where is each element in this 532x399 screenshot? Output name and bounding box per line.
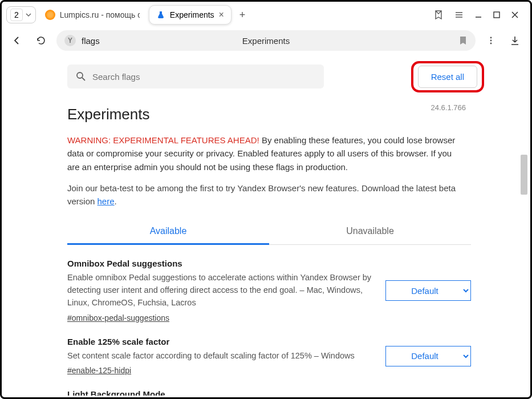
scrollbar-thumb[interactable] xyxy=(521,155,527,195)
tab-unavailable[interactable]: Unavailable xyxy=(269,218,471,244)
maximize-icon[interactable] xyxy=(493,11,501,19)
search-icon xyxy=(75,71,87,82)
tab-lumpics[interactable]: Lumpics.ru - помощь с ко xyxy=(38,5,147,25)
bookmark-tab-icon[interactable] xyxy=(433,10,444,20)
flag-select[interactable]: Default xyxy=(385,346,471,366)
flag-item: Enable 125% scale factor Set content sca… xyxy=(67,337,471,376)
tab-experiments[interactable]: Experiments × xyxy=(149,5,232,25)
flask-icon xyxy=(156,10,165,19)
menu-icon[interactable] xyxy=(454,10,464,20)
flag-anchor[interactable]: #omnibox-pedal-suggestions xyxy=(67,313,169,323)
flag-title: Light Background Mode xyxy=(67,389,375,396)
flag-desc: Set content scale factor according to de… xyxy=(67,350,375,362)
close-window-icon[interactable] xyxy=(511,11,519,19)
flag-title: Omnibox Pedal suggestions xyxy=(67,259,375,268)
beta-text: Join our beta-test to be among the first… xyxy=(67,182,466,208)
flag-title: Enable 125% scale factor xyxy=(67,337,375,346)
new-tab-button[interactable]: + xyxy=(234,6,251,23)
reload-button[interactable] xyxy=(33,32,50,49)
window-titlebar: 2 Lumpics.ru - помощь с ко Experiments ×… xyxy=(2,2,530,28)
tab-counter[interactable]: 2 xyxy=(6,6,36,23)
tab-count: 2 xyxy=(10,9,23,21)
flag-item: Omnibox Pedal suggestions Enable omnibox… xyxy=(67,259,471,323)
flag-select[interactable]: Default xyxy=(385,280,471,301)
beta-link[interactable]: here xyxy=(98,196,115,206)
svg-point-4 xyxy=(77,72,83,78)
flag-tabs: Available Unavailable xyxy=(67,218,471,245)
minimize-icon[interactable] xyxy=(474,11,482,19)
search-flags-box[interactable] xyxy=(67,65,324,88)
warning-red: WARNING: EXPERIMENTAL FEATURES AHEAD! xyxy=(67,135,259,145)
flag-anchor[interactable]: #enable-125-hidpi xyxy=(67,366,131,375)
close-icon[interactable]: × xyxy=(219,10,224,20)
yandex-icon: Y xyxy=(64,35,76,46)
svg-point-3 xyxy=(490,43,492,45)
search-input[interactable] xyxy=(92,72,316,82)
bookmark-icon[interactable] xyxy=(458,35,468,46)
tab-label: Experiments xyxy=(170,10,214,19)
omnibox-path: flags xyxy=(82,36,100,46)
tab-label: Lumpics.ru - помощь с ко xyxy=(60,10,140,19)
omnibox[interactable]: Y flags Experiments xyxy=(56,30,476,51)
warning-text: WARNING: EXPERIMENTAL FEATURES AHEAD! By… xyxy=(67,134,466,174)
chevron-down-icon xyxy=(25,11,32,18)
svg-point-2 xyxy=(490,40,492,42)
downloads-button[interactable] xyxy=(506,32,523,49)
page-heading: Experiments xyxy=(67,106,471,123)
svg-point-1 xyxy=(490,37,492,39)
flag-item: Light Background Mode Enable Light Backg… xyxy=(67,389,471,396)
page-content: Reset all Experiments 24.6.1.766 WARNING… xyxy=(3,54,529,396)
svg-rect-0 xyxy=(494,12,499,18)
omnibox-title: Experiments xyxy=(242,36,290,46)
reset-all-button[interactable]: Reset all xyxy=(418,66,477,88)
lumpics-favicon-icon xyxy=(45,10,55,20)
version-label: 24.6.1.766 xyxy=(431,103,466,112)
back-button[interactable] xyxy=(9,32,26,49)
tab-available[interactable]: Available xyxy=(67,218,269,244)
toolbar: Y flags Experiments xyxy=(2,28,530,53)
flag-desc: Enable omnibox Pedal suggestions to acce… xyxy=(67,272,375,309)
more-button[interactable] xyxy=(482,32,499,49)
